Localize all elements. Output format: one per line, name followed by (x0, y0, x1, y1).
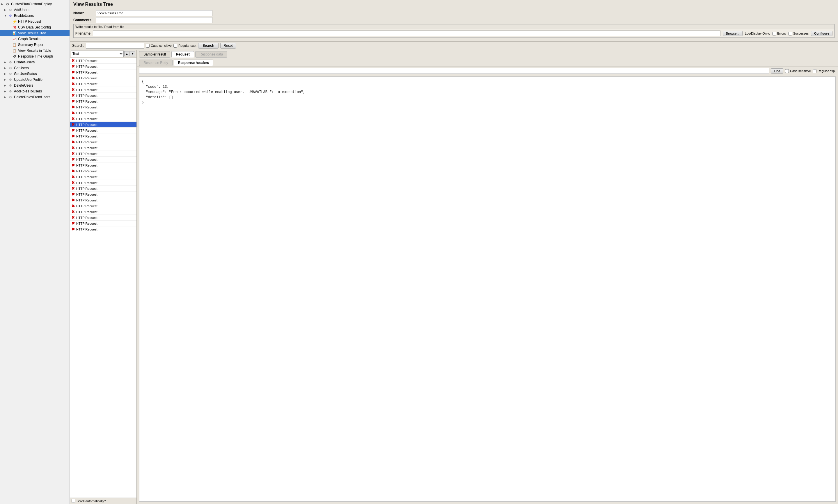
list-item[interactable]: ✖HTTP Request (70, 139, 136, 145)
list-item[interactable]: ✖HTTP Request (70, 133, 136, 139)
list-item[interactable]: ✖HTTP Request (70, 197, 136, 203)
list-item[interactable]: ✖HTTP Request (70, 168, 136, 174)
sidebar-item-get-user-status[interactable]: ▶ ⚙ GetUserStatus (0, 71, 70, 77)
request-label: HTTP Request (76, 65, 98, 68)
sidebar-item-enable-users[interactable]: ▼ ⚙ EnableUsers (0, 13, 70, 19)
tab-response-data[interactable]: Response data (195, 51, 227, 57)
sidebar-item-delete-roles-from-users[interactable]: ▶ ⚙ DeleteRolesFromUsers (0, 94, 70, 100)
tab-sampler-result[interactable]: Sampler result (139, 51, 170, 57)
request-label: HTTP Request (76, 106, 98, 109)
list-item[interactable]: ✖HTTP Request (70, 70, 136, 75)
request-label: HTTP Request (76, 129, 98, 132)
sidebar-item-add-users[interactable]: ▶ ⚙ AddUsers (0, 7, 70, 13)
sidebar-item-response-time-graph[interactable]: ▶ ⏱ Response Time Graph (0, 53, 70, 59)
sidebar-item-custos-plan[interactable]: ▶ ⚙ CustosPlanCustomDeploy (0, 1, 70, 7)
sidebar-item-get-users[interactable]: ▶ ⚙ GetUsers (0, 65, 70, 71)
tab-response-headers[interactable]: Response headers (174, 59, 213, 66)
text-selector[interactable]: Text (71, 51, 124, 57)
filename-input[interactable] (93, 31, 720, 36)
sidebar-item-graph-results[interactable]: ▶ 📈 Graph Results (0, 36, 70, 42)
list-item[interactable]: ✖HTTP Request (70, 81, 136, 87)
list-item[interactable]: ✖HTTP Request (70, 162, 136, 168)
error-icon: ✖ (72, 175, 75, 179)
list-item[interactable]: ✖HTTP Request (70, 128, 136, 133)
list-item[interactable]: ✖HTTP Request (70, 58, 136, 64)
sidebar-item-delete-users[interactable]: ▶ ⚙ DeleteUsers (0, 83, 70, 88)
list-collapse-btn[interactable]: ▼ (130, 51, 135, 56)
sidebar-item-label: Graph Results (18, 37, 40, 41)
list-item[interactable]: ✖HTTP Request (70, 215, 136, 221)
list-toolbar: Text ▲ ▼ (70, 50, 136, 58)
name-label: Name: (73, 11, 94, 15)
list-item[interactable]: ✖HTTP Request (70, 145, 136, 151)
request-label: HTTP Request (76, 111, 98, 115)
reset-button[interactable]: Reset (220, 43, 236, 49)
request-label: HTTP Request (76, 100, 98, 103)
comments-input[interactable] (96, 17, 212, 23)
request-list: ✖HTTP Request✖HTTP Request✖HTTP Request✖… (70, 58, 136, 498)
browse-button[interactable]: Browse... (723, 31, 742, 36)
list-item[interactable]: ✖HTTP Request (70, 104, 136, 110)
error-icon: ✖ (72, 192, 75, 197)
successes-checkbox[interactable] (788, 32, 792, 35)
sidebar-item-label: HTTP Request (18, 19, 41, 23)
sidebar-item-label: CSV Data Set Config (18, 25, 51, 29)
result-panel: Sampler result Request Response data Res… (137, 50, 838, 504)
list-item[interactable]: ✖HTTP Request (70, 116, 136, 122)
sidebar-item-csv-data[interactable]: ▶ ✖ CSV Data Set Config (0, 24, 70, 30)
find-input[interactable] (139, 68, 769, 74)
list-item[interactable]: ✖HTTP Request (70, 64, 136, 70)
gear-icon: ⚙ (8, 89, 13, 94)
sidebar-item-add-roles-to-users[interactable]: ▶ ⚙ AddRolesToUsers (0, 88, 70, 94)
list-item[interactable]: ✖HTTP Request (70, 87, 136, 93)
error-icon: ✖ (72, 180, 75, 185)
list-item[interactable]: ✖HTTP Request (70, 192, 136, 197)
search-button[interactable]: Search (198, 43, 219, 49)
name-input[interactable] (96, 10, 212, 16)
page-title: View Results Tree (73, 2, 835, 7)
list-item[interactable]: ✖HTTP Request (70, 151, 136, 157)
find-case-sensitive-checkbox[interactable] (785, 69, 789, 73)
tab-request[interactable]: Request (171, 51, 194, 57)
scroll-auto-checkbox[interactable] (72, 499, 75, 503)
find-button[interactable]: Find (771, 68, 783, 74)
sidebar-item-view-results-table[interactable]: ▶ 📋 View Results in Table (0, 48, 70, 53)
content-area: Text ▲ ▼ ✖HTTP Request✖HTTP Request✖HTTP… (70, 50, 838, 504)
list-expand-btn[interactable]: ▲ (124, 51, 130, 56)
list-item[interactable]: ✖HTTP Request (70, 110, 136, 116)
request-label: HTTP Request (76, 146, 98, 150)
find-regular-exp-checkbox[interactable] (813, 69, 817, 73)
errors-checkbox[interactable] (772, 32, 776, 35)
configure-button[interactable]: Configure (811, 31, 833, 36)
sidebar-item-disable-users[interactable]: ▶ ⚙ DisableUsers (0, 59, 70, 65)
sidebar-item-update-user-profile[interactable]: ▶ ⚙ UpdateUserProfile (0, 77, 70, 83)
sidebar-item-view-results-tree[interactable]: ▶ 📊 View Results Tree (0, 30, 70, 36)
list-item[interactable]: ✖HTTP Request (70, 98, 136, 104)
sidebar-item-http-request[interactable]: ▶ ⚡ HTTP Request (0, 19, 70, 24)
list-item[interactable]: ✖HTTP Request (70, 203, 136, 209)
successes-label: Successes (793, 32, 809, 35)
file-section: Write results to file / Read from file F… (73, 24, 835, 38)
list-item[interactable]: ✖HTTP Request (70, 75, 136, 81)
list-item[interactable]: ✖HTTP Request (70, 209, 136, 215)
list-item[interactable]: ✖HTTP Request (70, 186, 136, 192)
list-item[interactable]: ✖HTTP Request (70, 157, 136, 162)
time-icon: ⏱ (12, 54, 17, 59)
sidebar-item-label: UpdateUserProfile (14, 78, 42, 82)
list-item[interactable]: ✖HTTP Request (70, 93, 136, 98)
error-icon: ✖ (72, 146, 75, 150)
tab-response-body[interactable]: Response Body (139, 59, 173, 66)
list-item[interactable]: ✖HTTP Request (70, 174, 136, 180)
case-sensitive-checkbox[interactable] (146, 44, 150, 48)
sidebar-item-label: EnableUsers (14, 14, 34, 18)
search-input[interactable] (86, 43, 144, 49)
list-item[interactable]: ✖HTTP Request (70, 221, 136, 227)
error-icon: ✖ (72, 134, 75, 138)
log-display-label: Log/Display Only: (745, 32, 770, 35)
response-tabs: Response Body Response headers (137, 59, 838, 67)
list-item[interactable]: ✖HTTP Request (70, 180, 136, 186)
regular-exp-checkbox[interactable] (173, 44, 177, 48)
list-item[interactable]: ✖HTTP Request (70, 227, 136, 232)
sidebar-item-summary-report[interactable]: ▶ 📋 Summary Report (0, 42, 70, 48)
list-item[interactable]: ✖HTTP Request (70, 122, 136, 128)
